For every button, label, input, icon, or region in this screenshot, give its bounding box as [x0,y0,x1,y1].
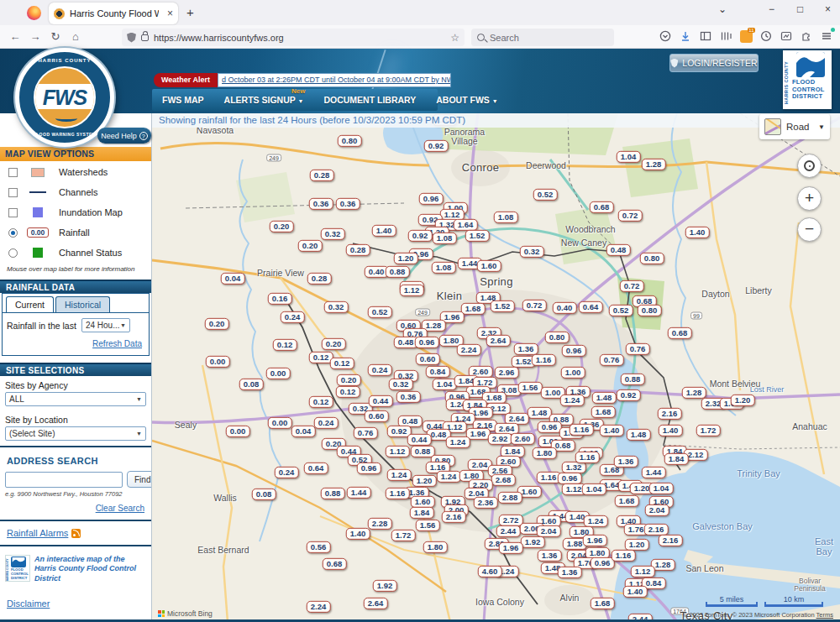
rain-gauge-label[interactable]: 0.80 [638,305,662,316]
sites-by-agency-select[interactable]: ALL▼ [5,392,146,406]
rain-gauge-label[interactable]: 1.92 [373,580,397,592]
site-by-location-select[interactable]: (Select Site)▼ [5,426,146,441]
rain-gauge-label[interactable]: 0.12 [273,339,297,351]
tracking-shield-icon[interactable] [127,33,136,43]
rain-gauge-label[interactable]: 0.92 [617,389,641,401]
rain-gauge-label[interactable]: 0.80 [545,332,570,343]
rain-gauge-label[interactable]: 1.04 [582,483,606,495]
tab-close-icon[interactable]: × [167,8,173,19]
rain-gauge-label[interactable]: 0.36 [309,198,333,210]
rain-gauge-label[interactable]: 0.88 [386,266,410,278]
rain-gauge-label[interactable]: 0.00 [206,356,230,368]
channels-checkbox[interactable] [8,188,18,197]
rain-gauge-label[interactable]: 1.48 [627,429,651,441]
rain-gauge-label[interactable]: 0.64 [579,301,603,313]
downloads-icon[interactable] [675,27,696,45]
search-bar[interactable]: Search [471,29,614,46]
url-bar[interactable]: https://www.harriscountyfws.org ☆ [122,29,465,46]
rain-gauge-label[interactable]: 1.12 [400,285,424,296]
rain-gauge-label[interactable]: 2.60 [511,433,535,445]
rain-gauge-label[interactable]: 0.52 [533,189,558,201]
rain-gauge-label[interactable]: 0.08 [252,489,276,500]
need-help-button[interactable]: Need Help? [97,128,151,144]
rain-gauge-label[interactable]: 1.36 [558,567,582,578]
rain-gauge-label[interactable]: 1.56 [416,520,440,531]
rain-gauge-label[interactable]: 1.44 [642,467,666,478]
home-button[interactable]: ⌂ [66,28,86,46]
rain-gauge-label[interactable]: 1.12 [631,566,655,578]
rain-gauge-label[interactable]: 0.00 [268,417,292,429]
rain-gauge-label[interactable]: 0.00 [226,426,250,437]
keepa-extension-icon[interactable] [776,27,796,45]
zoom-in-button[interactable]: + [797,186,822,211]
rain-gauge-label[interactable]: 0.28 [307,273,332,285]
layer-option-inundation[interactable]: Inundation Map [8,205,151,220]
vertical-tabs-icon[interactable] [716,27,736,45]
rain-gauge-label[interactable]: 0.48 [606,244,631,256]
rain-gauge-label[interactable]: 1.68 [461,303,486,315]
rain-gauge-label[interactable]: 2.16 [659,535,683,546]
rain-gauge-label[interactable]: 1.04 [649,483,674,494]
rain-gauge-label[interactable]: 1.08 [433,233,457,244]
rain-gauge-label[interactable]: 0.24 [281,311,305,323]
layer-option-watersheds[interactable]: Watersheds [8,165,151,180]
rain-gauge-label[interactable]: 0.76 [600,354,624,366]
rain-gauge-label[interactable]: 0.56 [307,541,331,553]
rain-gauge-label[interactable]: 0.88 [621,374,645,385]
rain-gauge-label[interactable]: 1.24 [560,395,585,406]
layer-option-channel-status[interactable]: Channel Status [8,245,151,260]
rain-gauge-label[interactable]: 0.96 [562,345,586,357]
extensions-puzzle-icon[interactable] [796,27,816,45]
nav-alerts-signup[interactable]: ALERTS SIGNUP ▼ New [214,95,314,105]
rain-gauge-label[interactable]: 2.24 [457,344,481,356]
rain-gauge-label[interactable]: 2.44 [496,525,521,537]
rain-gauge-label[interactable]: 0.32 [324,301,349,313]
rain-gauge-label[interactable]: 0.24 [314,417,339,429]
rain-gauge-label[interactable]: 0.24 [368,364,392,376]
window-close-button[interactable]: × [825,3,831,15]
rain-gauge-label[interactable]: 1.16 [570,424,594,436]
forward-button[interactable]: → [25,28,45,46]
rain-gauge-label[interactable]: 0.32 [321,228,345,240]
rain-gauge-label[interactable]: 1.20 [394,253,418,264]
locate-me-button[interactable] [797,154,822,178]
tab-current[interactable]: Current [6,296,54,312]
rain-gauge-label[interactable]: 0.76 [354,427,378,439]
adblock-extension-icon[interactable]: 11 [736,27,756,45]
rain-gauge-label[interactable]: 1.84 [664,453,689,465]
rain-gauge-label[interactable]: 1.72 [696,425,721,436]
rain-gauge-label[interactable]: 0.80 [338,135,362,147]
layer-option-channels[interactable]: Channels [8,185,151,200]
rain-gauge-label[interactable]: 1.96 [583,535,607,546]
sidebar-toggle-icon[interactable] [696,27,716,45]
window-minimize-button[interactable]: − [769,3,774,15]
rain-gauge-label[interactable]: 1.00 [561,367,585,379]
watersheds-checkbox[interactable] [8,168,18,177]
rain-gauge-label[interactable]: 1.48 [528,407,552,419]
rain-gauge-label[interactable]: 0.52 [609,305,633,316]
login-register-button[interactable]: LOGIN/REGISTER [669,54,759,72]
rain-gauge-label[interactable]: 0.84 [426,366,450,378]
rain-gauge-label[interactable]: 0.20 [205,318,229,330]
rain-gauge-label[interactable]: 0.44 [369,395,393,407]
rain-gauge-label[interactable]: 0.68 [590,201,614,213]
rain-gauge-label[interactable]: 1.40 [372,225,396,237]
rain-gauge-label[interactable]: 0.52 [368,306,392,318]
reload-button[interactable]: ↻ [45,28,66,46]
refresh-data-link[interactable]: Refresh Data [92,339,142,348]
rain-gauge-label[interactable]: 0.36 [396,391,421,403]
rain-gauge-label[interactable]: 1.28 [682,387,706,399]
rain-gauge-label[interactable]: 2.04 [645,504,669,516]
rain-gauge-label[interactable]: 1.52 [465,230,490,242]
rain-gauge-label[interactable]: 1.40 [623,586,648,598]
window-maximize-button[interactable]: □ [797,3,803,15]
rain-gauge-label[interactable]: 0.92 [408,230,433,242]
rain-gauge-label[interactable]: 0.28 [346,244,370,256]
rain-gauge-label[interactable]: 1.48 [592,392,617,404]
nav-about-fws[interactable]: ABOUT FWS ▼ [426,95,507,105]
history-icon[interactable] [756,27,776,45]
rain-gauge-label[interactable]: 0.20 [298,240,323,252]
clear-search-link[interactable]: Clear Search [96,504,144,513]
rain-gauge-label[interactable]: 0.72 [522,300,547,311]
rain-gauge-label[interactable]: 0.96 [357,463,381,474]
